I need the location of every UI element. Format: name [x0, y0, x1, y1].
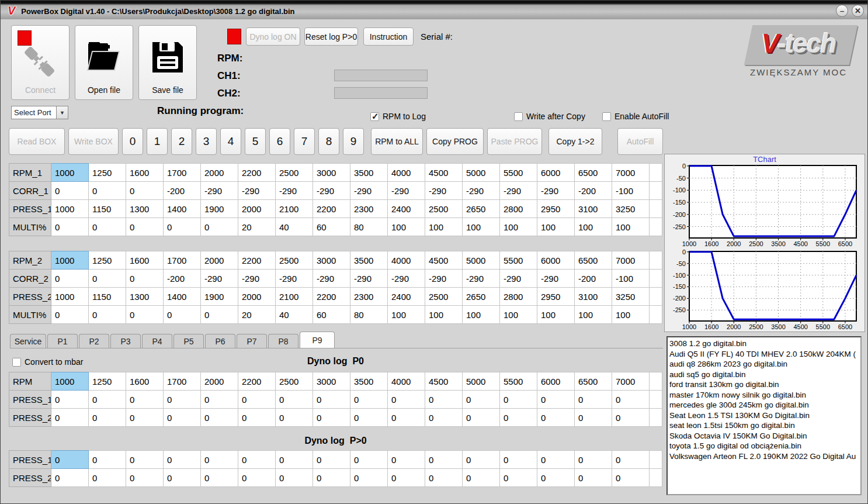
table-cell[interactable]: 0	[425, 469, 463, 487]
table-cell[interactable]: 60	[313, 218, 350, 236]
table-cell[interactable]: 40	[276, 218, 313, 236]
table-cell[interactable]: -290	[388, 182, 425, 200]
table-cell[interactable]: 3500	[350, 251, 388, 270]
table-cell[interactable]: -290	[537, 182, 575, 200]
program-2-button[interactable]: 2	[171, 128, 192, 155]
table-cell[interactable]: 1900	[201, 200, 238, 218]
write-after-copy-checkbox[interactable]: Write after Copy	[514, 112, 585, 121]
enable-autofill-checkbox[interactable]: Enable AutoFill	[602, 112, 669, 121]
table-cell[interactable]: -290	[276, 270, 313, 288]
table-cell[interactable]: 20	[238, 306, 276, 324]
bin-file-item[interactable]: audi sq5 go digital.bin	[669, 370, 860, 380]
rpm-to-log-checkbox-box[interactable]	[370, 112, 379, 121]
table-cell[interactable]: 2000	[238, 288, 276, 306]
table-cell[interactable]: 0	[350, 469, 388, 487]
table-cell[interactable]: 2500	[276, 251, 313, 270]
table-cell[interactable]: -290	[201, 182, 238, 200]
table-cell[interactable]: 0	[238, 391, 276, 409]
table-cell[interactable]: 0	[201, 451, 238, 469]
table-cell[interactable]: 0	[500, 469, 537, 487]
table-cell[interactable]: 0	[238, 451, 276, 469]
bin-file-item[interactable]: 3008 1.2 go digital.bin	[669, 339, 860, 349]
bin-file-item[interactable]: Volkswagen Arteon FL 2.0 190KM 2022 Go D…	[669, 451, 860, 462]
program-8-button[interactable]: 8	[318, 128, 339, 155]
table-cell[interactable]: 1900	[201, 288, 238, 306]
save-file-button[interactable]: Save file	[138, 25, 197, 100]
tab-p2[interactable]: P2	[79, 334, 109, 348]
table-cell[interactable]: 1150	[89, 200, 126, 218]
table-cell[interactable]: 0	[201, 409, 238, 427]
table-cell[interactable]: 5500	[500, 372, 537, 391]
table-cell[interactable]: 0	[51, 218, 89, 236]
table-cell[interactable]: -200	[575, 270, 612, 288]
table-cell[interactable]: -290	[238, 270, 276, 288]
table-cell[interactable]: 2000	[238, 200, 276, 218]
table-cell[interactable]: 100	[500, 306, 537, 324]
table-cell[interactable]: 40	[276, 306, 313, 324]
table-cell[interactable]: 6000	[537, 251, 575, 270]
table-cell[interactable]: 0	[89, 451, 126, 469]
program-6-button[interactable]: 6	[269, 128, 290, 155]
table-cell[interactable]: 0	[126, 182, 164, 200]
bin-file-item[interactable]: master 170km nowy silnik go digital.bin	[669, 390, 860, 401]
table-cell[interactable]: 0	[425, 409, 463, 427]
table-cell[interactable]: -290	[276, 182, 313, 200]
table-cell[interactable]: 7000	[612, 164, 650, 182]
table-cell[interactable]: 0	[51, 270, 89, 288]
table-cell[interactable]: -290	[350, 182, 388, 200]
table-cell[interactable]: 5000	[463, 251, 500, 270]
close-icon[interactable]: ✕	[852, 5, 864, 17]
table-cell[interactable]: 0	[89, 182, 126, 200]
table-cell[interactable]: 0	[463, 451, 500, 469]
table-cell[interactable]: 4500	[425, 164, 463, 182]
tab-p5[interactable]: P5	[173, 334, 204, 348]
table-cell[interactable]: -290	[313, 182, 350, 200]
table-cell[interactable]: 0	[612, 451, 650, 469]
bin-file-item[interactable]: mercedes gle 300d 245km go digital.bin	[669, 400, 860, 410]
table-cell[interactable]: 0	[126, 270, 164, 288]
table-cell[interactable]: 100	[463, 306, 500, 324]
table-cell[interactable]: 0	[388, 391, 425, 409]
table-cell[interactable]: 0	[537, 451, 575, 469]
table-cell[interactable]: 0	[575, 451, 612, 469]
table-cell[interactable]: 1000	[51, 164, 89, 182]
table-cell[interactable]: -290	[425, 182, 463, 200]
table-cell[interactable]: 0	[89, 306, 126, 324]
table-cell[interactable]: 0	[238, 469, 276, 487]
select-port-dropdown[interactable]: Select Port ▼	[11, 106, 68, 119]
table-cell[interactable]: 0	[388, 409, 425, 427]
table-cell[interactable]: 0	[388, 469, 425, 487]
table-cell[interactable]: 1300	[126, 288, 164, 306]
tab-service[interactable]: Service	[10, 334, 46, 348]
table-cell[interactable]: 0	[51, 409, 89, 427]
chevron-down-icon[interactable]: ▼	[56, 106, 68, 119]
table-cell[interactable]: 0	[89, 469, 126, 487]
table-cell[interactable]: 0	[313, 451, 350, 469]
table-cell[interactable]: 4500	[425, 372, 463, 391]
table-cell[interactable]: 100	[537, 306, 575, 324]
program-9-button[interactable]: 9	[343, 128, 364, 155]
table-cell[interactable]: 0	[537, 469, 575, 487]
table-cell[interactable]: 100	[425, 218, 463, 236]
tab-p1[interactable]: P1	[47, 334, 78, 348]
bin-file-item[interactable]: seat leon 1.5tsi 150km go digital.bin	[669, 420, 860, 431]
table-cell[interactable]: -290	[425, 270, 463, 288]
table-cell[interactable]: 1700	[164, 251, 201, 270]
table-cell[interactable]: 0	[164, 391, 201, 409]
table-cell[interactable]: -290	[500, 270, 537, 288]
table-cell[interactable]: 100	[575, 306, 612, 324]
table-cell[interactable]: 0	[164, 218, 201, 236]
table-cell[interactable]: 5000	[463, 164, 500, 182]
table-cell[interactable]: 100	[388, 218, 425, 236]
table-cell[interactable]: 100	[537, 218, 575, 236]
table-cell[interactable]: -290	[313, 270, 350, 288]
table-cell[interactable]: 0	[201, 306, 238, 324]
table-cell[interactable]: 1000	[51, 372, 89, 391]
table-cell[interactable]: -290	[388, 270, 425, 288]
table-cell[interactable]: -290	[238, 182, 276, 200]
table-cell[interactable]: 4500	[425, 251, 463, 270]
table-cell[interactable]: 2200	[238, 372, 276, 391]
table-cell[interactable]: 6500	[575, 251, 612, 270]
table-cell[interactable]: 60	[313, 306, 350, 324]
instruction-button[interactable]: Instruction	[363, 27, 414, 46]
